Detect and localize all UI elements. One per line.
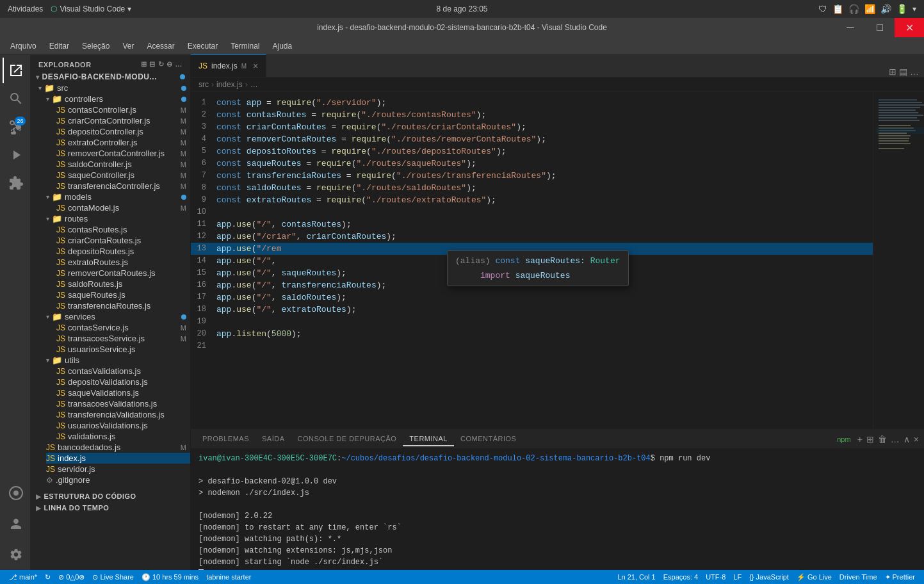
status-time-running[interactable]: 🕐 10 hrs 59 mins xyxy=(138,570,202,584)
panel-tab-console[interactable]: CONSOLE DE DEPURAÇÃO xyxy=(291,432,403,446)
services-folder[interactable]: ▾ 📁 services xyxy=(46,311,190,322)
menu-acessar[interactable]: Acessar xyxy=(142,40,179,52)
status-line-ending[interactable]: LF xyxy=(729,570,745,584)
src-folder[interactable]: ▾ 📁 src xyxy=(38,83,190,93)
activity-source-control[interactable]: 26 xyxy=(3,114,28,140)
status-live-share[interactable]: ⊙ Live Share xyxy=(88,570,138,584)
breadcrumb-src[interactable]: src xyxy=(199,80,209,89)
collapse-icon[interactable]: ⊖ xyxy=(166,60,173,69)
list-item[interactable]: JScontaModel.jsM xyxy=(56,202,190,213)
editor-tab-index-js[interactable]: JS index.js M × xyxy=(191,54,266,77)
list-item[interactable]: JSsaldoController.jsM xyxy=(56,159,190,170)
status-errors[interactable]: ⊘ 0△0⊗ xyxy=(54,570,88,584)
list-item[interactable]: JSdepositoValidations.js xyxy=(56,377,190,387)
list-item[interactable]: JSvalidations.js xyxy=(56,431,190,442)
status-sync[interactable]: ↻ xyxy=(41,570,54,584)
status-cursor-pos[interactable]: Ln 21, Col 1 xyxy=(613,570,659,584)
project-folder[interactable]: ▾ DESAFIO-BACKEND-MODU... xyxy=(31,71,190,83)
activity-settings[interactable] xyxy=(3,542,28,567)
list-item[interactable]: JScontasController.jsM xyxy=(56,104,190,115)
panel-tab-problemas[interactable]: PROBLEMAS xyxy=(196,432,255,446)
split-terminal-icon[interactable]: ⊞ xyxy=(866,434,874,444)
split-editor-icon[interactable]: ⊞ xyxy=(889,67,896,77)
list-item[interactable]: JSsaldoRoutes.js xyxy=(56,279,190,289)
new-file-icon[interactable]: ⊞ xyxy=(141,60,147,69)
status-branch[interactable]: ⎇ main* xyxy=(5,570,41,584)
status-go-live[interactable]: ⚡ Go Live xyxy=(793,570,836,584)
list-item[interactable]: JSdepositoController.jsM xyxy=(56,126,190,137)
autocomplete-row-2[interactable]: import saqueRoutes xyxy=(448,268,628,283)
add-terminal-icon[interactable]: + xyxy=(857,434,863,444)
list-item[interactable]: JSbancodedados.jsM xyxy=(46,442,190,453)
menu-arquivo[interactable]: Arquivo xyxy=(5,40,42,52)
status-driven-time[interactable]: Driven Time xyxy=(836,570,881,584)
list-item[interactable]: JSindex.js xyxy=(46,453,190,464)
menu-ver[interactable]: Ver xyxy=(117,40,139,52)
list-item[interactable]: JScontasRoutes.js xyxy=(56,224,190,235)
app-name-label[interactable]: ⬡ explorer-icon Visual Studio Code ▾ xyxy=(51,4,131,13)
panel-maximize-icon[interactable]: ∧ xyxy=(904,434,910,444)
editor-layout-icon[interactable]: ▤ xyxy=(899,67,907,77)
status-encoding[interactable]: UTF-8 xyxy=(702,570,729,584)
menu-selecao[interactable]: Seleção xyxy=(77,40,115,52)
new-folder-icon[interactable]: ⊟ xyxy=(149,60,156,69)
activities-label[interactable]: Atividades xyxy=(8,4,43,13)
activity-remote[interactable] xyxy=(3,480,28,506)
breadcrumb-indexjs[interactable]: index.js xyxy=(216,80,243,89)
menu-terminal[interactable]: Terminal xyxy=(225,40,264,52)
status-prettier[interactable]: ✦ Prettier xyxy=(881,570,919,584)
menu-editar[interactable]: Editar xyxy=(44,40,74,52)
more-editor-actions-icon[interactable]: … xyxy=(910,67,919,77)
autocomplete-row-1[interactable]: (alias) const saqueRoutes: Router xyxy=(448,254,628,268)
code-editor[interactable]: 1 const app = require("./servidor"); 2 c… xyxy=(191,92,873,429)
minimize-button[interactable]: ─ xyxy=(836,18,865,37)
panel-tab-saida[interactable]: SAÍDA xyxy=(255,432,291,446)
activity-explorer[interactable] xyxy=(3,58,28,83)
list-item[interactable]: JSsaqueRoutes.js xyxy=(56,289,190,300)
list-item[interactable]: JSsaqueValidations.js xyxy=(56,387,190,398)
tab-close-button[interactable]: × xyxy=(253,61,258,71)
activity-accounts[interactable] xyxy=(3,511,28,537)
maximize-button[interactable]: □ xyxy=(865,18,895,37)
close-button[interactable]: ✕ xyxy=(895,18,924,37)
activity-search[interactable] xyxy=(3,86,28,111)
panel-more-icon[interactable]: … xyxy=(891,434,900,444)
list-item[interactable]: JStransferenciaValidations.js xyxy=(56,409,190,420)
activity-extensions[interactable] xyxy=(3,170,28,196)
more-actions-icon[interactable]: … xyxy=(175,60,183,69)
list-item[interactable]: JSusuariosService.js xyxy=(56,344,190,355)
list-item[interactable]: ⚙.gitignore xyxy=(46,474,190,485)
list-item[interactable]: JStransferenciaRoutes.js xyxy=(56,300,190,311)
models-folder[interactable]: ▾ 📁 models xyxy=(46,191,190,202)
panel-tab-terminal[interactable]: TERMINAL xyxy=(403,432,454,446)
status-language[interactable]: {} JavaScript xyxy=(745,570,793,584)
status-spaces[interactable]: Espaços: 4 xyxy=(660,570,702,584)
list-item[interactable]: JSextratoController.jsM xyxy=(56,137,190,148)
timeline-toggle[interactable]: ▶ LINHA DO TEMPO xyxy=(31,502,190,514)
list-item[interactable]: JSextratoRoutes.js xyxy=(56,257,190,268)
breadcrumb-more[interactable]: … xyxy=(250,80,258,89)
list-item[interactable]: JSremoverContaController.jsM xyxy=(56,148,190,159)
controllers-folder[interactable]: ▾ 📁 controllers xyxy=(46,93,190,104)
list-item[interactable]: JStransacoesValidations.js xyxy=(56,398,190,409)
status-tabnine[interactable]: tabnine starter xyxy=(202,570,255,584)
activity-run-debug[interactable] xyxy=(3,142,28,168)
refresh-icon[interactable]: ↻ xyxy=(158,60,165,69)
panel-close-icon[interactable]: × xyxy=(914,434,919,444)
routes-folder[interactable]: ▾ 📁 routes xyxy=(46,213,190,224)
menu-executar[interactable]: Executar xyxy=(182,40,223,52)
list-item[interactable]: JSdepositoRoutes.js xyxy=(56,246,190,257)
autocomplete-popup[interactable]: (alias) const saqueRoutes: Router import… xyxy=(447,250,629,286)
list-item[interactable]: JScontasValidations.js xyxy=(56,366,190,377)
list-item[interactable]: JSsaqueController.jsM xyxy=(56,170,190,181)
structure-code-toggle[interactable]: ▶ ESTRUTURA DO CÓDIGO xyxy=(31,491,190,502)
list-item[interactable]: JScriarContaRoutes.js xyxy=(56,235,190,246)
utils-folder[interactable]: ▾ 📁 utils xyxy=(46,355,190,366)
list-item[interactable]: JScontasService.jsM xyxy=(56,322,190,333)
list-item[interactable]: JSservidor.js xyxy=(46,464,190,474)
list-item[interactable]: JStransacoesService.jsM xyxy=(56,333,190,344)
list-item[interactable]: JStransferenciaController.jsM xyxy=(56,181,190,191)
list-item[interactable]: JSremoverContaRoutes.js xyxy=(56,268,190,279)
panel-tab-comentarios[interactable]: COMENTÁRIOS xyxy=(454,432,523,446)
list-item[interactable]: JSusuariosValidations.js xyxy=(56,420,190,431)
